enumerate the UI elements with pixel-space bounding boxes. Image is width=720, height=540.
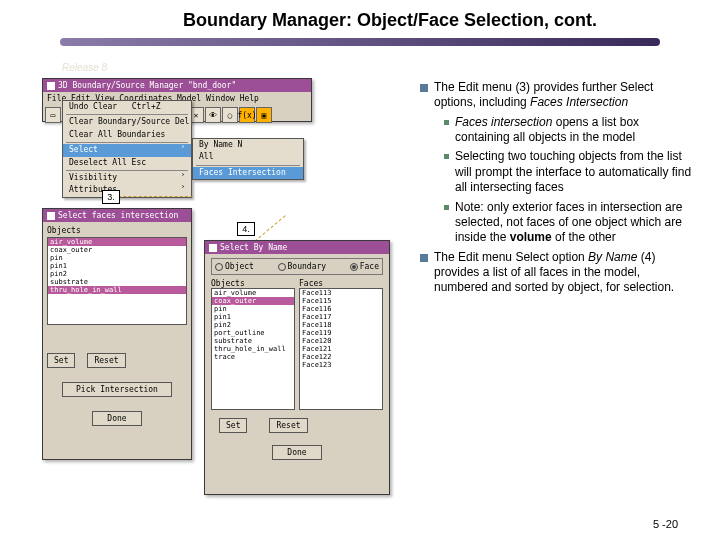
callout4-line [254,215,285,241]
list-item[interactable]: thru_hole_in_wall [212,345,294,353]
tool-eye-icon[interactable]: 👁 [205,107,221,123]
list-item[interactable]: Face119 [300,329,382,337]
sub-bullet-icon [444,120,449,125]
menu-undo[interactable]: Undo Clear Ctrl+Z [63,101,191,113]
tool-compute-icon[interactable]: ▣ [256,107,272,123]
list-item[interactable]: Face121 [300,345,382,353]
list-item[interactable]: pin2 [48,270,186,278]
sub-bullet-3: Note: only exterior faces in intersectio… [444,200,695,246]
list-item[interactable]: air_volume [48,238,186,246]
list-item[interactable]: coax_outer [212,297,294,305]
callout3-line [113,196,193,197]
radio-object[interactable]: Object [215,262,254,271]
window-menu-icon[interactable] [47,212,55,220]
radio-boundary[interactable]: Boundary [278,262,327,271]
callout-3: 3. [102,190,120,204]
submenu-all[interactable]: All [193,151,303,163]
pick-intersection-button[interactable]: Pick Intersection [62,382,172,397]
slide-title: Boundary Manager: Object/Face Selection,… [100,10,680,32]
menu-deselect[interactable]: Deselect All Esc [63,157,191,169]
list-item[interactable]: Face123 [300,361,382,369]
list-item[interactable]: coax_outer [48,246,186,254]
list-item[interactable]: pin [48,254,186,262]
list-item[interactable]: Face116 [300,305,382,313]
faces-reset-button[interactable]: Reset [87,353,125,368]
faces-objects-label: Objects [47,226,187,235]
list-item[interactable]: thru_hole_in_wall [48,286,186,294]
select-by-name-window: Select By Name Object Boundary Face Obje… [204,240,390,495]
submenu-by-name[interactable]: By Name N [193,139,303,151]
release-tag: Release 8 [62,62,107,73]
sub-bullet-1: Faces intersection opens a list box cont… [444,115,695,146]
sub-bullet-icon [444,154,449,159]
bullet-list: The Edit menu (3) provides further Selec… [420,80,695,300]
list-item[interactable]: Face113 [300,289,382,297]
menu-clear-bs[interactable]: Clear Boundary/Source Del [63,116,191,128]
list-item[interactable]: Face117 [300,313,382,321]
page-number: 5 -20 [653,518,678,530]
window-menu-icon[interactable] [209,244,217,252]
menu-clear-all[interactable]: Clear All Boundaries [63,129,191,141]
menu-attributes[interactable]: Attributes [63,184,191,196]
window-menu-icon[interactable] [47,82,55,90]
list-item[interactable]: Face115 [300,297,382,305]
callout-4: 4. [237,222,255,236]
list-item[interactable]: substrate [48,278,186,286]
byname-objects-label: Objects [211,279,295,288]
menu-visibility[interactable]: Visibility [63,172,191,184]
list-item[interactable]: trace [212,353,294,361]
list-item[interactable]: air_volume [212,289,294,297]
byname-done-button[interactable]: Done [272,445,322,460]
sub-bullet-2: Selecting two touching objects from the … [444,149,695,195]
submenu-faces-intersection[interactable]: Faces Intersection [193,167,303,179]
bullet-icon [420,84,428,92]
sub-bullet-icon [444,205,449,210]
byname-reset-button[interactable]: Reset [269,418,307,433]
list-item[interactable]: substrate [212,337,294,345]
main-title: 3D Boundary/Source Manager "bnd_door" [58,81,236,90]
byname-titlebar[interactable]: Select By Name [205,241,389,254]
tool-view-icon[interactable]: ○ [222,107,238,123]
byname-faces-label: Faces [299,279,383,288]
tool-new-icon[interactable]: ▭ [45,107,61,123]
radio-face[interactable]: Face [350,262,379,271]
byname-faces-list[interactable]: Face113 Face115 Face116 Face117 Face118 … [299,288,383,410]
list-item[interactable]: port_outline [212,329,294,337]
faces-objects-list[interactable]: air_volume coax_outer pin pin1 pin2 subs… [47,237,187,325]
list-item[interactable]: pin1 [48,262,186,270]
main-titlebar[interactable]: 3D Boundary/Source Manager "bnd_door" [43,79,311,92]
faces-set-button[interactable]: Set [47,353,75,368]
list-item[interactable]: pin1 [212,313,294,321]
edit-menu[interactable]: Undo Clear Ctrl+Z Clear Boundary/Source … [62,100,192,198]
menu-select[interactable]: Select [63,144,191,156]
title-rule [60,38,660,46]
faces-title: Select faces intersection [58,211,178,220]
bullet-2: The Edit menu Select option By Name (4) … [420,250,695,296]
bullet-icon [420,254,428,262]
list-item[interactable]: pin2 [212,321,294,329]
faces-titlebar[interactable]: Select faces intersection [43,209,191,222]
byname-objects-list[interactable]: air_volume coax_outer pin pin1 pin2 port… [211,288,295,410]
byname-set-button[interactable]: Set [219,418,247,433]
list-item[interactable]: pin [212,305,294,313]
faces-intersection-window: Select faces intersection Objects air_vo… [42,208,192,460]
list-item[interactable]: Face122 [300,353,382,361]
byname-title: Select By Name [220,243,287,252]
tool-fx-icon[interactable]: f(x) [239,107,255,123]
list-item[interactable]: Face118 [300,321,382,329]
bullet-1: The Edit menu (3) provides further Selec… [420,80,695,111]
select-submenu[interactable]: By Name N All Faces Intersection [192,138,304,180]
faces-done-button[interactable]: Done [92,411,142,426]
list-item[interactable]: Face120 [300,337,382,345]
